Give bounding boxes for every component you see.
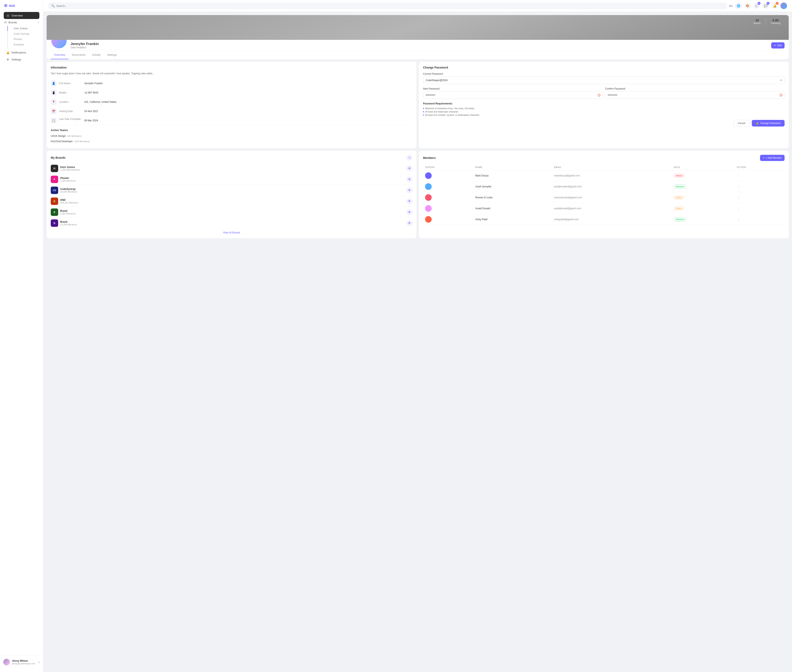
action-menu-btn[interactable]: ⋮ [737,196,740,199]
action-menu-btn[interactable]: ⋮ [737,174,740,178]
pw-req-text-3: At least one number, symbol, or whitespa… [425,114,480,116]
brands-stat-label: Brands [754,22,761,24]
new-password-label: New Password [423,87,603,90]
header-user-avatar[interactable] [781,3,787,9]
brand-action-btn[interactable]: 👁 [407,176,412,182]
add-brand-btn[interactable]: + [407,155,412,160]
action-menu-btn[interactable]: ⋮ [737,185,740,189]
bell-badge: 5 [776,2,779,5]
cancel-button[interactable]: Cancel [733,120,750,126]
location-label: Location : [59,101,81,103]
col-email: EMAIL [552,164,672,170]
search-icon: 🔍 [51,4,55,8]
brand-action-btn[interactable]: 👁 [407,209,412,215]
info-task-row: 📋 Last Task Complete : 09 Mar 2024 [51,116,412,125]
search-box[interactable]: 🔍 [48,3,727,9]
role-badge: Member [674,184,687,189]
header-bell-btn[interactable]: 🔔 5 [771,3,778,9]
header-globe-btn[interactable]: 🌐 [735,3,742,9]
pw-req-1: Minimum 8 characters long - the more, th… [423,107,784,110]
logo-text: M2E [9,4,15,8]
tab-overview[interactable]: Overview [51,51,69,59]
sidebar-item-notifications[interactable]: 🔔 Notifications [2,49,41,56]
sidebar-item-settings[interactable]: ⚙ Settings [2,56,41,63]
brand-action-btn[interactable]: 👁 [407,165,412,171]
member-action[interactable]: ⋮ [735,181,784,192]
add-member-icon: + [763,157,764,159]
sidebar-brands-header[interactable]: 🏷 Brands ▾ [4,19,39,26]
action-menu-btn[interactable]: ⋮ [737,218,740,221]
brand-row: B Brand 2,382 Mentions 👁 [51,207,412,218]
member-action[interactable]: ⋮ [735,170,784,181]
member-action[interactable]: ⋮ [735,192,784,203]
pw-req-2: At least one lowercase character. [423,110,784,113]
change-pw-label: Change Password [760,122,781,125]
view-all-brands: View All Brands [51,229,412,234]
confirm-password-input[interactable] [605,91,785,99]
col-role: ROLE [672,164,735,170]
col-avatar: AVATAR [423,164,473,170]
sidebar-user-name: Jenny Wilson [12,659,36,662]
sidebar-item-phoetic[interactable]: Phoetic [8,37,39,42]
brand-logo: B [51,208,58,216]
header-cart-btn[interactable]: 🛒 9 [753,3,760,9]
member-action[interactable]: ⋮ [735,203,784,214]
brand-action-btn[interactable]: 👁 [407,187,412,193]
member-avatar-cell [423,203,473,214]
member-role: Member [672,181,735,192]
member-avatar [425,183,432,190]
tab-documents[interactable]: Documents [69,51,89,59]
location-icon: 📍 [51,99,56,105]
new-password-eye-icon[interactable]: 🚫 [597,94,600,97]
header-palette-btn[interactable]: 🎨 [744,3,751,9]
sidebar-logout-icon[interactable]: ⎋ [38,661,40,664]
sidebar-item-intric-solves[interactable]: Intric Solves [8,26,39,31]
fullname-label: Full Name : [59,82,81,85]
fullname-value: Jennyfer Frankin [84,82,102,85]
confirm-password-eye-icon[interactable]: 🚫 [779,94,782,97]
member-email: vickypatel@gamil.com [552,214,672,225]
team-uiux-count: (65 Members) [67,135,81,137]
brand-info: Brand 23,290 Mentions [60,221,404,226]
sidebar-item-overview[interactable]: ⊡ Overview [4,12,39,19]
member-role: Admin [672,170,735,181]
task-value: 09 Mar 2024 [84,119,98,122]
member-avatar-img [425,172,432,179]
tab-activity[interactable]: Activity [89,51,104,59]
brand-info: CodeSynergi 23,920 Mentions [60,187,404,193]
tab-settings[interactable]: Settings [104,51,120,59]
member-action[interactable]: ⋮ [735,214,784,225]
action-menu-btn[interactable]: ⋮ [737,207,740,210]
brand-action-btn[interactable]: 👁 [407,220,412,226]
info-password-row: Information Tart I love sugar plum I lov… [46,62,789,148]
change-password-button[interactable]: 🔒 Change Password [752,120,784,126]
team-uiux: UI/UX Design (65 Members) [51,133,412,139]
view-all-link[interactable]: View All Brands [223,231,240,234]
member-role: Editor [672,203,735,214]
new-password-wrap: 🚫 [423,91,603,99]
new-password-group: New Password 🚫 [423,87,603,99]
pw-req-dot-1 [423,108,424,109]
profile-tabs: Overview Documents Activity Settings [46,51,789,59]
current-password-input[interactable] [423,77,784,84]
new-password-input[interactable] [423,91,603,99]
sidebar-item-eswatani[interactable]: Eswatani [8,42,39,47]
brand-logo: CS [51,187,58,194]
mobile-icon: 📱 [51,90,56,96]
current-password-eye-icon[interactable]: 👁 [779,78,782,82]
add-member-label: + Add Member [766,157,782,159]
brand-action-btn[interactable]: 👁 [407,198,412,204]
member-avatar [425,194,432,201]
password-actions: Cancel 🔒 Change Password [423,120,784,126]
lock-icon: 🔒 [756,122,759,125]
add-member-button[interactable]: + + Add Member [760,155,784,161]
pw-req-3: At least one number, symbol, or whitespa… [423,113,784,117]
search-input[interactable] [56,4,724,8]
sidebar-item-code-synergi[interactable]: Code Synergi [8,31,39,37]
member-avatar [425,216,432,223]
settings-icon: ⚙ [6,58,10,61]
edit-icon: ✏ [774,44,776,47]
header-message-btn[interactable]: 💬 9 [762,3,769,9]
brands-stat-num: 12 [754,18,761,22]
edit-profile-btn[interactable]: ✏ Edit [771,42,784,48]
